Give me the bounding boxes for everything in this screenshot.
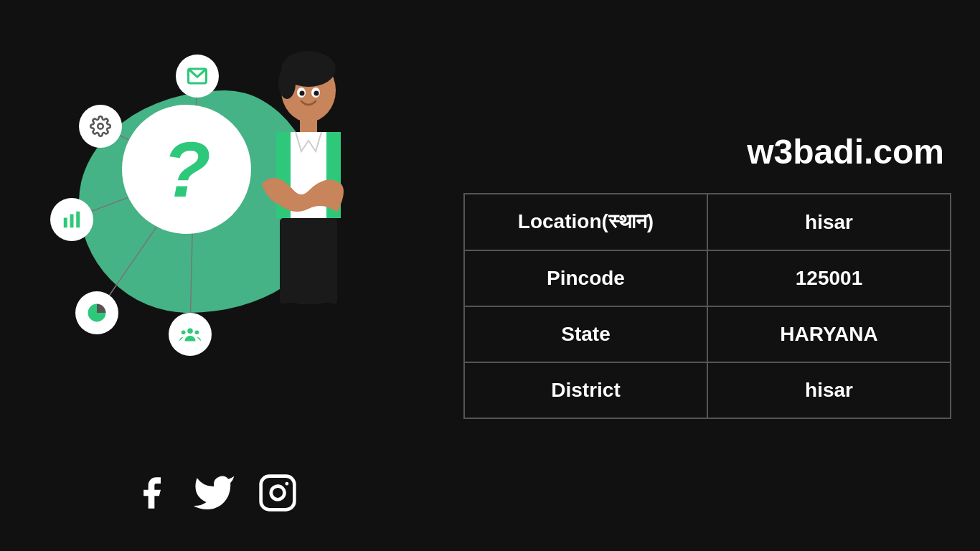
table-row: District hisar	[464, 362, 951, 418]
svg-point-25	[314, 91, 319, 96]
bar-chart-icon-circle	[50, 198, 93, 241]
twitter-icon[interactable]	[192, 471, 236, 518]
table-row: Location(स्थान) hisar	[464, 194, 951, 250]
svg-point-15	[278, 67, 296, 99]
table-label-2: State	[464, 306, 707, 362]
svg-rect-7	[64, 218, 67, 228]
person-illustration	[215, 47, 373, 377]
pie-chart-icon-circle	[75, 291, 118, 334]
svg-rect-19	[280, 218, 337, 304]
svg-rect-8	[70, 215, 74, 228]
table-row: Pincode 125001	[464, 250, 951, 306]
social-row	[133, 471, 298, 518]
illustration-area: ?	[36, 33, 395, 449]
table-label-1: Pincode	[464, 250, 707, 306]
svg-point-12	[195, 330, 199, 334]
svg-point-24	[300, 91, 305, 96]
question-mark: ?	[162, 130, 210, 209]
table-value-0: hisar	[707, 194, 951, 250]
svg-point-10	[187, 329, 193, 334]
svg-point-6	[98, 123, 103, 129]
table-label-0: Location(स्थान)	[464, 194, 707, 250]
left-section: ?	[29, 0, 402, 551]
table-value-3: hisar	[707, 362, 951, 418]
right-section: w3badi.com Location(स्थान) hisar Pincode…	[435, 132, 951, 419]
svg-point-21	[311, 303, 342, 320]
info-table: Location(स्थान) hisar Pincode 125001 Sta…	[463, 193, 951, 419]
instagram-icon[interactable]	[258, 473, 298, 516]
table-row: State HARYANA	[464, 306, 951, 362]
site-title: w3badi.com	[747, 132, 951, 171]
gear-icon-circle	[79, 105, 122, 148]
table-label-3: District	[464, 362, 707, 418]
svg-rect-9	[76, 212, 80, 228]
table-value-2: HARYANA	[707, 306, 951, 362]
users-icon-circle	[169, 313, 212, 356]
svg-rect-26	[261, 476, 295, 510]
table-value-1: 125001	[707, 250, 951, 306]
facebook-icon[interactable]	[133, 474, 170, 514]
email-icon-circle	[176, 55, 219, 98]
svg-point-20	[275, 303, 306, 320]
svg-point-11	[182, 330, 186, 334]
